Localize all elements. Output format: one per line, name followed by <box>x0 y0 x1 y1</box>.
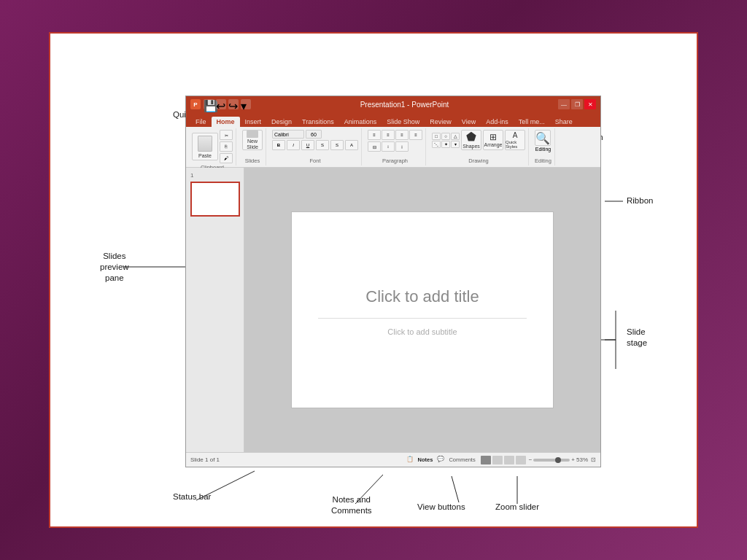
callout-zoom-slider: Zoom slider <box>495 502 539 513</box>
clipboard-group: Paste ✂ ⎘ 🖌 Clipboard <box>189 128 236 166</box>
zoom-slider-thumb[interactable] <box>555 457 561 463</box>
tab-addins[interactable]: Add-ins <box>481 117 514 127</box>
close-button[interactable]: ✕ <box>584 99 596 109</box>
copy-button[interactable]: ⎘ <box>220 141 233 152</box>
shape4-button[interactable]: ⋱ <box>432 141 441 148</box>
shape1-button[interactable]: □ <box>432 133 441 140</box>
svg-line-13 <box>452 476 459 502</box>
shape2-button[interactable]: ○ <box>441 133 450 140</box>
paragraph-group: ≡ ≡ ≡ ≡ ⊟ ↕ ↨ Paragraph <box>365 128 426 166</box>
shape5-button[interactable]: ✦ <box>441 141 450 148</box>
tab-home[interactable]: Home <box>212 117 240 127</box>
clipboard-btns: Paste ✂ ⎘ 🖌 <box>192 130 233 163</box>
tab-review[interactable]: Review <box>425 117 457 127</box>
ppt-app-icon: P <box>190 99 201 109</box>
status-right: 📋 Notes 💬 Comments − + <box>406 456 596 464</box>
zoom-area: − + 53% ⊡ <box>529 456 596 463</box>
paragraph-label: Paragraph <box>382 158 408 164</box>
align-center-button[interactable]: ≡ <box>382 130 395 140</box>
tab-tellme[interactable]: Tell me... <box>514 117 550 127</box>
tab-share[interactable]: Share <box>550 117 578 127</box>
window-controls: — ❐ ✕ <box>558 99 596 109</box>
paste-label: Paste <box>198 153 212 158</box>
quick-styles-button[interactable]: A Quick Styles <box>505 130 525 150</box>
tab-design[interactable]: Design <box>266 117 297 127</box>
notes-comments-area: 📋 Notes 💬 Comments <box>406 456 478 464</box>
quick-access-toolbar: 💾 ↩ ↪ ▾ <box>204 99 251 109</box>
callout-slide-stage: Slide stage <box>627 327 647 349</box>
qa-undo-btn[interactable]: ↩ <box>216 99 226 109</box>
columns-button[interactable]: ⊟ <box>368 141 381 152</box>
arrange-button[interactable]: ⊞ Arrange <box>483 130 503 150</box>
qa-save-btn[interactable]: 💾 <box>204 99 214 109</box>
notes-button[interactable]: Notes <box>416 456 436 464</box>
minimize-button[interactable]: — <box>558 99 570 109</box>
search-button[interactable]: 🔍 <box>535 130 551 146</box>
shadow-button[interactable]: S <box>330 140 344 150</box>
slideshow-view-button[interactable] <box>516 456 526 464</box>
justify-button[interactable]: ≡ <box>409 130 422 140</box>
normal-view-button[interactable] <box>481 456 491 464</box>
slide-subtitle-placeholder: Click to add subtitle <box>325 327 519 336</box>
zoom-in-icon[interactable]: + <box>571 456 575 463</box>
shape3-button[interactable]: △ <box>451 133 460 140</box>
new-slide-icon <box>247 131 258 138</box>
underline-button[interactable]: U <box>301 140 314 150</box>
zoom-slider-track[interactable] <box>533 459 570 462</box>
cut-button[interactable]: ✂ <box>220 130 233 140</box>
shape-more-button[interactable]: ▾ <box>451 141 460 148</box>
shapes-button[interactable]: ⬟ Shapes <box>461 130 481 150</box>
editing-label: Editing <box>535 158 551 164</box>
font-label: Font <box>309 158 320 164</box>
new-slide-button[interactable]: New Slide <box>242 130 263 150</box>
callout-view-buttons: View buttons <box>417 502 465 513</box>
callout-status-bar: Status bar <box>173 491 211 502</box>
tab-transitions[interactable]: Transitions <box>297 117 339 127</box>
tab-insert[interactable]: Insert <box>240 117 267 127</box>
arrange-icon: ⊞ <box>489 133 497 141</box>
comments-button[interactable]: Comments <box>446 456 477 464</box>
ribbon: Paste ✂ ⎘ 🖌 Clipboard New Slide <box>186 127 600 168</box>
shapes-icon: ⬟ <box>466 131 476 143</box>
format-painter-button[interactable]: 🖌 <box>220 153 233 163</box>
comments-icon: 💬 <box>437 456 444 464</box>
font-family-dropdown[interactable]: Calibri <box>272 130 304 139</box>
reading-view-button[interactable] <box>504 456 514 464</box>
slide-title-area[interactable]: Click to add title <box>318 276 527 319</box>
font-size-dropdown[interactable]: 60 <box>306 130 322 139</box>
slide-stage[interactable]: Click to add title Click to add subtitle <box>291 211 554 408</box>
tab-view[interactable]: View <box>457 117 481 127</box>
bold-button[interactable]: B <box>272 140 285 150</box>
strikethrough-button[interactable]: S <box>316 140 329 150</box>
text-direction-button[interactable]: ↕ <box>382 141 395 152</box>
italic-button[interactable]: I <box>287 140 300 150</box>
drawing-label: Drawing <box>468 158 489 164</box>
zoom-out-icon[interactable]: − <box>529 456 533 463</box>
stage-area: Click to add title Click to add subtitle <box>244 168 600 452</box>
qa-redo-btn[interactable]: ↪ <box>228 99 239 109</box>
align-right-button[interactable]: ≡ <box>395 130 409 140</box>
tab-slideshow[interactable]: Slide Show <box>382 117 425 127</box>
maximize-button[interactable]: ❐ <box>571 99 583 109</box>
font-group: Calibri 60 B I U S S A Font <box>269 128 362 166</box>
tab-file[interactable]: File <box>190 117 212 127</box>
ppt-window: P 💾 ↩ ↪ ▾ Presentation1 - PowerPoint — ❐… <box>185 96 601 467</box>
title-bar-title: Presentation1 - PowerPoint <box>251 101 558 109</box>
fit-slide-button[interactable]: ⊡ <box>591 456 596 463</box>
slide-sorter-button[interactable] <box>492 456 503 464</box>
title-bar: P 💾 ↩ ↪ ▾ Presentation1 - PowerPoint — ❐… <box>186 96 600 112</box>
arrange-label: Arrange <box>484 142 503 147</box>
slide-title-placeholder: Click to add title <box>325 287 519 306</box>
qa-customize-btn[interactable]: ▾ <box>241 99 251 109</box>
slide-count: Slide 1 of 1 <box>190 456 220 463</box>
paste-button[interactable]: Paste <box>192 133 218 160</box>
quick-styles-icon: A <box>513 132 518 139</box>
ppt-main: 1 Click to add title Click to add subtit… <box>186 168 600 452</box>
title-bar-left: P 💾 ↩ ↪ ▾ <box>190 99 251 109</box>
line-spacing-button[interactable]: ↨ <box>395 141 409 152</box>
align-left-button[interactable]: ≡ <box>368 130 381 140</box>
tab-animations[interactable]: Animations <box>339 117 382 127</box>
slide-thumbnail[interactable] <box>190 182 240 217</box>
slide-subtitle-area[interactable]: Click to add subtitle <box>318 319 527 345</box>
char-space-button[interactable]: A <box>345 140 358 150</box>
